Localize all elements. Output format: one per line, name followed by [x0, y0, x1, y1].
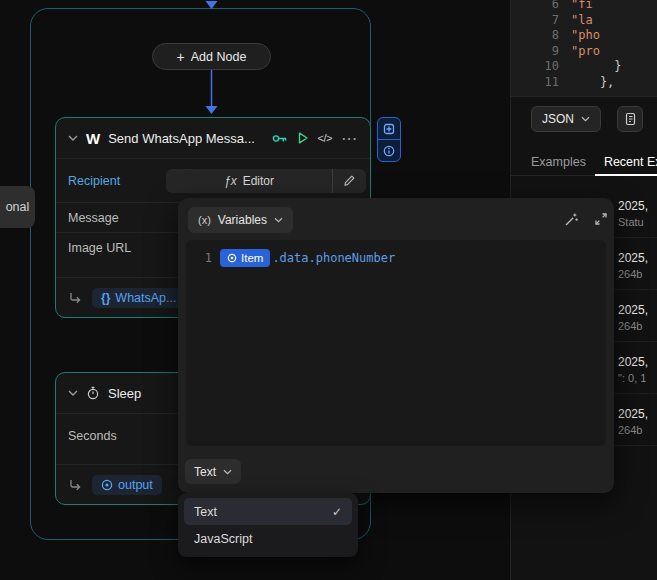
collapse-chevron-icon[interactable]	[68, 135, 78, 141]
recipient-label: Recipient	[68, 174, 120, 188]
menu-item-text[interactable]: Text ✓	[184, 498, 352, 525]
code-line: 6"fi	[511, 0, 657, 13]
editor-button-label: Editor	[243, 174, 274, 188]
json-dropdown-label: JSON	[542, 112, 574, 126]
code-text: }	[571, 59, 622, 75]
expression-editor-popup: (x) Variables 1 Item .data.phoneNumber T…	[178, 198, 614, 493]
execution-meta: 264b	[618, 424, 657, 436]
menu-item-javascript[interactable]: JavaScript	[184, 525, 352, 552]
line-number: 1	[186, 251, 212, 265]
execution-meta: 264b	[618, 268, 657, 280]
expand-editor-button[interactable]	[592, 210, 610, 228]
execution-meta: ": 0, 1	[618, 372, 657, 384]
node-header: W Send WhatsApp Messa... </> ···	[56, 118, 370, 158]
expression-line: 1 Item .data.phoneNumber	[186, 240, 606, 267]
insert-node-icon	[383, 123, 395, 135]
line-number: 6	[511, 0, 559, 13]
line-number: 9	[511, 44, 559, 60]
code-text: "pro	[571, 44, 600, 60]
add-node-button[interactable]: + Add Node	[152, 43, 271, 70]
braces-icon: {}	[101, 291, 110, 305]
expression-text[interactable]: .data.phoneNumber	[272, 251, 395, 265]
check-icon: ✓	[332, 505, 342, 519]
node-title: Send WhatsApp Messa...	[108, 131, 263, 146]
code-line: 7"la	[511, 13, 657, 29]
more-options-icon[interactable]: ···	[342, 131, 358, 146]
code-line: 10 }	[511, 59, 657, 75]
sleep-output-chip[interactable]: output	[92, 475, 162, 495]
chevron-down-icon	[581, 116, 590, 122]
insert-node-button[interactable]	[378, 118, 400, 139]
variables-dropdown-button[interactable]: (x) Variables	[188, 207, 293, 233]
line-number: 10	[511, 59, 559, 75]
execution-meta: Statu	[618, 216, 657, 228]
edit-pencil-button[interactable]	[332, 169, 366, 193]
pencil-icon	[343, 174, 356, 187]
return-arrow-icon	[68, 479, 82, 491]
chevron-down-icon	[223, 469, 232, 475]
document-icon	[624, 112, 637, 126]
timer-icon	[86, 386, 100, 400]
collapse-chevron-icon[interactable]	[68, 390, 78, 396]
tab-recent-executions[interactable]: Recent Ex	[604, 155, 657, 169]
magic-wand-icon	[564, 212, 579, 227]
variable-target-icon	[227, 253, 237, 263]
seconds-label: Seconds	[68, 429, 117, 443]
line-number: 11	[511, 75, 559, 91]
info-button[interactable]	[378, 139, 400, 161]
whatsapp-output-chip[interactable]: {} WhatsAp...	[92, 288, 185, 308]
language-menu: Text ✓ JavaScript	[178, 493, 358, 557]
message-label: Message	[68, 211, 119, 225]
item-variable-pill[interactable]: Item	[220, 249, 270, 267]
whatsapp-icon: W	[86, 130, 100, 147]
execution-timestamp: 2025,	[618, 251, 657, 265]
chevron-down-icon	[274, 217, 283, 223]
run-node-icon[interactable]	[298, 132, 308, 144]
image-url-label: Image URL	[68, 241, 131, 255]
copy-output-button[interactable]	[617, 106, 643, 132]
fullscreen-icon	[594, 212, 608, 226]
execution-timestamp: 2025,	[618, 407, 657, 421]
plus-icon: +	[177, 49, 185, 65]
code-icon[interactable]: </>	[318, 132, 332, 144]
json-output-view[interactable]: 6"fi 7"la 8"pho 9"pro 10 } 11 },	[511, 0, 657, 97]
execution-timestamp: 2025,	[618, 303, 657, 317]
execution-meta: 264b	[618, 320, 657, 332]
execution-timestamp: 2025,	[618, 199, 657, 213]
workflow-editor: + Add Node onal W Send WhatsApp Messa...…	[0, 0, 657, 580]
line-number: 7	[511, 13, 559, 29]
inspector-tabs: Examples Recent Ex	[511, 148, 657, 176]
fx-icon: ƒx	[224, 174, 237, 188]
add-node-label: Add Node	[191, 50, 247, 64]
code-text: "pho	[571, 28, 600, 44]
recipient-editor-control: ƒx Editor	[166, 169, 366, 193]
ai-generate-button[interactable]	[562, 210, 580, 228]
field-row-recipient: Recipient ƒx Editor	[56, 158, 370, 202]
code-line: 8"pho	[511, 28, 657, 44]
info-icon	[383, 145, 395, 157]
active-tab-underline	[595, 174, 657, 176]
json-format-dropdown[interactable]: JSON	[531, 106, 601, 132]
node-quick-actions	[377, 117, 401, 162]
menu-item-label: Text	[194, 505, 217, 519]
node-header-actions: </> ···	[272, 131, 358, 146]
key-icon[interactable]	[272, 133, 288, 144]
code-text: "la	[571, 13, 593, 29]
expression-code-editor[interactable]: 1 Item .data.phoneNumber	[186, 240, 606, 446]
item-pill-label: Item	[241, 252, 263, 264]
variables-label: Variables	[218, 213, 267, 227]
code-line: 9"pro	[511, 44, 657, 60]
output-chip-label: WhatsAp...	[115, 291, 176, 305]
output-target-icon	[101, 479, 113, 491]
code-text: "fi	[571, 0, 593, 13]
menu-item-label: JavaScript	[194, 532, 252, 546]
open-expression-editor-button[interactable]: ƒx Editor	[166, 169, 332, 193]
code-line: 11 },	[511, 75, 657, 91]
return-arrow-icon	[68, 292, 82, 304]
tab-examples[interactable]: Examples	[531, 155, 586, 169]
execution-timestamp: 2025,	[618, 355, 657, 369]
language-button-label: Text	[194, 465, 216, 479]
tooltip-fragment: onal	[0, 186, 35, 228]
language-dropdown-button[interactable]: Text	[185, 459, 241, 484]
code-text: },	[571, 75, 614, 91]
